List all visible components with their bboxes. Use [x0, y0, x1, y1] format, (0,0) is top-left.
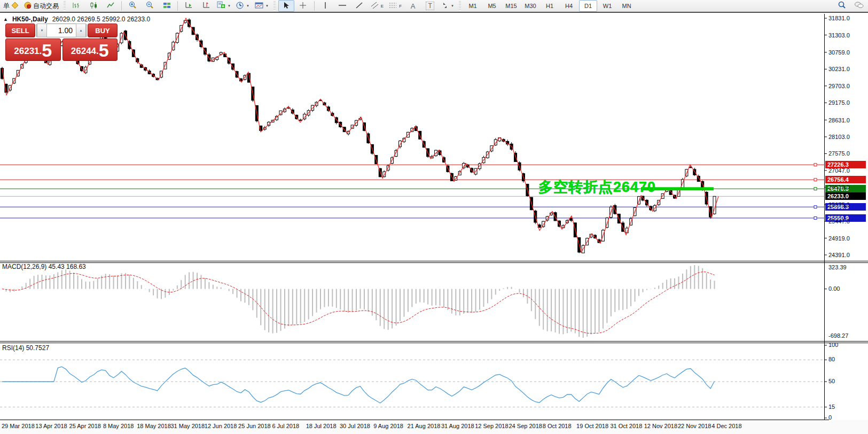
sell-price-button[interactable]: 26231. 5 — [5, 38, 61, 61]
date-tick: 8 May 2018 — [103, 423, 134, 429]
rsi-panel[interactable] — [0, 343, 868, 420]
price-axis-tick: 24391.0 — [828, 252, 850, 258]
periods-button[interactable]: ▼ — [234, 0, 252, 12]
date-axis[interactable]: 29 Mar 201813 Apr 201825 Apr 20188 May 2… — [0, 420, 868, 434]
new-order-button[interactable]: 单 — [1, 0, 21, 12]
price-tag: 26233.0 — [825, 192, 866, 200]
candlestick-chart-button[interactable] — [85, 0, 101, 12]
rsi-line — [2, 367, 715, 403]
timeframe-m15[interactable]: M15 — [502, 0, 520, 12]
line-handle[interactable] — [814, 179, 817, 181]
trendline-tool-button[interactable] — [351, 0, 367, 12]
bar-chart-button[interactable] — [68, 0, 84, 12]
chart-window: ▲ HK50-,Daily 26029.0 26269.5 25992.0 26… — [0, 14, 868, 434]
vertical-line-tool-button[interactable] — [317, 0, 333, 12]
price-axis-tick: 27575.0 — [828, 150, 850, 157]
candlestick-chart-icon — [90, 2, 98, 11]
volume-decrease-button[interactable]: ▼ — [37, 24, 47, 37]
text-label-tool-button[interactable]: T — [422, 0, 438, 12]
line-handle[interactable] — [814, 164, 817, 166]
equidistant-channel-tool-button[interactable]: E — [369, 0, 386, 12]
templates-button[interactable]: ▼ — [253, 0, 271, 12]
label-tool-label: T — [426, 2, 434, 10]
zoom-in-button[interactable] — [124, 0, 140, 12]
auto-scroll-button[interactable] — [181, 0, 197, 12]
annotation-text[interactable]: 多空转折点26470 — [538, 177, 656, 197]
price-axis-tick: 30759.0 — [828, 49, 850, 56]
timeframe-m30[interactable]: M30 — [521, 0, 539, 12]
main-price-chart[interactable] — [0, 14, 868, 261]
chevron-down-icon: ▼ — [451, 4, 454, 7]
timeframe-d1[interactable]: D1 — [579, 0, 597, 12]
text-tool-button[interactable]: A — [405, 0, 421, 12]
zoom-in-icon — [128, 1, 137, 11]
text-tool-label: A — [411, 2, 416, 10]
macd-panel[interactable] — [0, 263, 868, 341]
macd-axis-tick: 0.00 — [828, 285, 840, 292]
chart-title: ▲ HK50-,Daily 26029.0 26269.5 25992.0 26… — [3, 15, 150, 23]
macd-histogram — [2, 265, 715, 338]
buy-price-button[interactable]: 26244. 5 — [62, 38, 118, 61]
cursor-tool-button[interactable] — [278, 0, 294, 12]
date-tick: 30 Jul 2018 — [340, 423, 370, 429]
symbol-period-label: HK50-,Daily — [12, 15, 48, 23]
crosshair-icon — [299, 2, 307, 11]
date-tick: 22 Nov 2018 — [678, 423, 711, 429]
crosshair-tool-button[interactable] — [295, 0, 311, 12]
timeframe-w1[interactable]: W1 — [598, 0, 616, 12]
auto-scroll-icon — [185, 2, 193, 11]
chart-shift-icon — [202, 2, 210, 11]
date-tick: 29 Mar 2018 — [2, 423, 35, 429]
search-button[interactable] — [834, 0, 850, 12]
horizontal-line-icon — [338, 2, 347, 11]
price-axis-tick: 31303.0 — [828, 32, 850, 38]
date-tick: 13 Apr 2018 — [35, 423, 67, 429]
rsi-axis-tick: 50 — [828, 378, 835, 384]
date-tick: 8 Oct 2018 — [543, 423, 572, 429]
chat-button[interactable] — [851, 0, 867, 12]
chevron-down-icon: ▼ — [228, 4, 231, 7]
price-axis-tick: 29703.0 — [828, 83, 850, 89]
toolbar-separator — [314, 1, 315, 11]
timeframe-h1[interactable]: H1 — [541, 0, 559, 12]
trendline-icon — [355, 2, 363, 11]
autotrading-button[interactable]: 自动交易 — [22, 0, 61, 12]
volume-value[interactable]: 1.00 — [47, 26, 76, 35]
timeframe-mn[interactable]: MN — [617, 0, 636, 12]
indicators-button[interactable]: ▼ — [215, 0, 233, 12]
timeframe-bar: M1M5M15M30H1H4D1W1MN — [464, 0, 636, 12]
arrows-tool-button[interactable]: ▼ — [439, 0, 456, 12]
timeframe-h4[interactable]: H4 — [560, 0, 578, 12]
toolbar: 单 自动交易 — [0, 0, 868, 13]
date-tick: 4 Dec 2018 — [711, 423, 741, 429]
date-tick: 31 Oct 2018 — [610, 423, 642, 429]
timeframe-m5[interactable]: M5 — [483, 0, 501, 12]
date-tick: 21 Aug 2018 — [408, 423, 441, 429]
fibonacci-tool-button[interactable]: F — [387, 0, 404, 12]
tile-windows-button[interactable] — [159, 0, 175, 12]
line-handle[interactable] — [814, 216, 817, 219]
date-tick: 9 Aug 2018 — [373, 423, 403, 429]
zoom-out-button[interactable] — [142, 0, 158, 12]
volume-stepper[interactable]: ▼ 1.00 ▲ — [36, 24, 87, 37]
price-axis-frame — [824, 14, 825, 420]
vertical-line-icon — [323, 2, 328, 11]
date-tick: 25 Jun 2018 — [238, 423, 271, 429]
collapse-arrow-icon[interactable]: ▲ — [3, 17, 8, 22]
rsi-axis-tick: 15 — [828, 404, 835, 410]
new-order-label: 单 — [3, 2, 10, 11]
autotrading-label: 自动交易 — [33, 2, 59, 11]
timeframe-m1[interactable]: M1 — [464, 0, 482, 12]
line-handle[interactable] — [814, 188, 817, 190]
line-handle[interactable] — [814, 206, 817, 208]
buy-price-main: 26244. — [71, 43, 99, 59]
chart-shift-button[interactable] — [198, 0, 214, 12]
toolbar-separator — [121, 1, 122, 11]
line-chart-button[interactable] — [103, 0, 119, 12]
tile-windows-icon — [163, 2, 171, 11]
horizontal-line-tool-button[interactable] — [334, 0, 350, 12]
volume-increase-button[interactable]: ▲ — [76, 24, 86, 37]
sell-button[interactable]: SELL — [5, 24, 35, 37]
templates-icon — [255, 2, 263, 11]
buy-button[interactable]: BUY — [88, 24, 118, 37]
